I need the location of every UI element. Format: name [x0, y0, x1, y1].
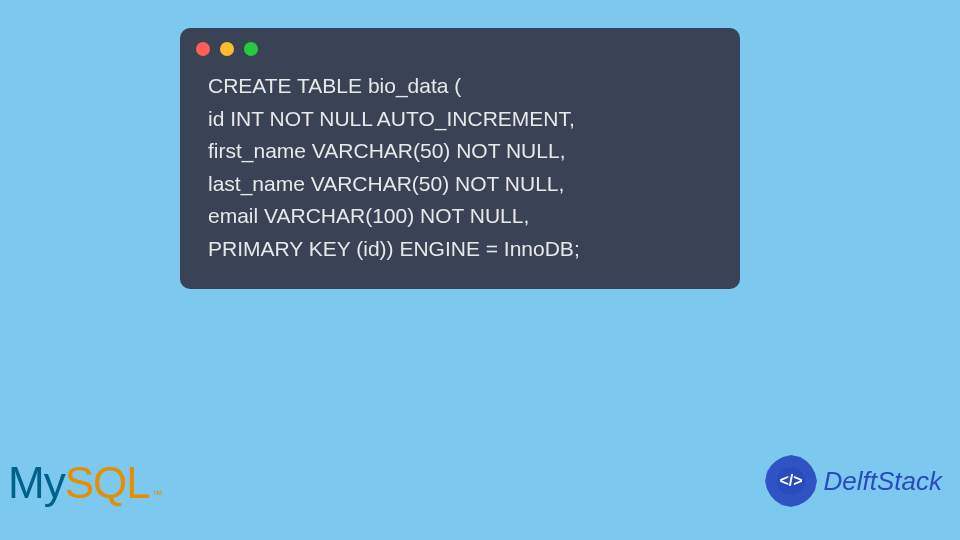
code-line: email VARCHAR(100) NOT NULL,: [208, 204, 529, 227]
code-line: PRIMARY KEY (id)) ENGINE = InnoDB;: [208, 237, 580, 260]
mysql-logo-sql: SQL: [65, 458, 150, 508]
delftstack-logo: </> DelftStack: [764, 454, 943, 508]
mysql-logo-tm: ™: [152, 488, 163, 500]
svg-text:</>: </>: [779, 472, 802, 489]
code-line: last_name VARCHAR(50) NOT NULL,: [208, 172, 564, 195]
code-line: id INT NOT NULL AUTO_INCREMENT,: [208, 107, 575, 130]
code-line: first_name VARCHAR(50) NOT NULL,: [208, 139, 565, 162]
window-title-bar: [180, 28, 740, 64]
delftstack-label: DelftStack: [824, 466, 943, 497]
mysql-logo: MySQL™: [8, 458, 163, 508]
code-block: CREATE TABLE bio_data ( id INT NOT NULL …: [180, 64, 740, 269]
close-icon: [196, 42, 210, 56]
maximize-icon: [244, 42, 258, 56]
delftstack-icon: </>: [764, 454, 818, 508]
code-window: CREATE TABLE bio_data ( id INT NOT NULL …: [180, 28, 740, 289]
minimize-icon: [220, 42, 234, 56]
code-line: CREATE TABLE bio_data (: [208, 74, 461, 97]
mysql-logo-my: My: [8, 458, 65, 508]
